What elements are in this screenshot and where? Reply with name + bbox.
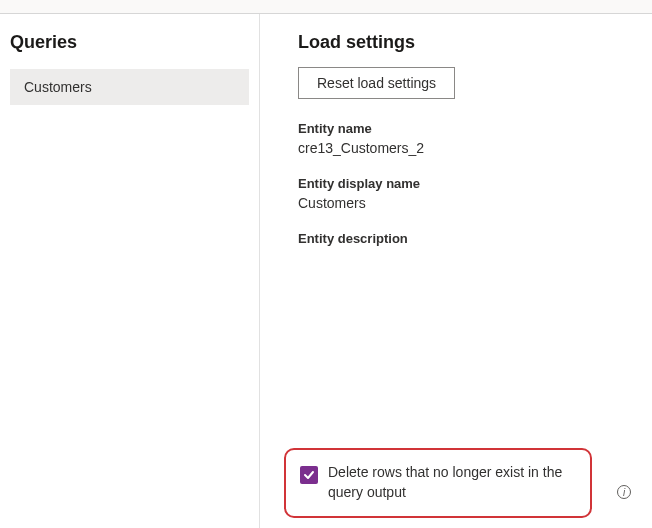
entity-display-name-value: Customers xyxy=(298,195,632,211)
load-settings-pane: Load settings Reset load settings Entity… xyxy=(260,14,652,528)
queries-title: Queries xyxy=(10,32,249,53)
entity-display-name-label: Entity display name xyxy=(298,176,632,191)
load-settings-title: Load settings xyxy=(298,32,632,53)
query-item-customers[interactable]: Customers xyxy=(10,69,249,105)
delete-rows-label[interactable]: Delete rows that no longer exist in the … xyxy=(328,462,576,502)
entity-name-value: cre13_Customers_2 xyxy=(298,140,632,156)
reset-load-settings-button[interactable]: Reset load settings xyxy=(298,67,455,99)
check-icon xyxy=(303,469,315,481)
svg-text:i: i xyxy=(623,487,626,498)
info-icon[interactable]: i xyxy=(616,484,632,500)
entity-name-label: Entity name xyxy=(298,121,632,136)
main-content: Queries Customers Load settings Reset lo… xyxy=(0,14,652,528)
top-divider xyxy=(0,0,652,14)
queries-pane: Queries Customers xyxy=(0,14,260,528)
delete-rows-highlight: Delete rows that no longer exist in the … xyxy=(284,448,592,518)
delete-rows-checkbox[interactable] xyxy=(300,466,318,484)
entity-description-label: Entity description xyxy=(298,231,632,246)
